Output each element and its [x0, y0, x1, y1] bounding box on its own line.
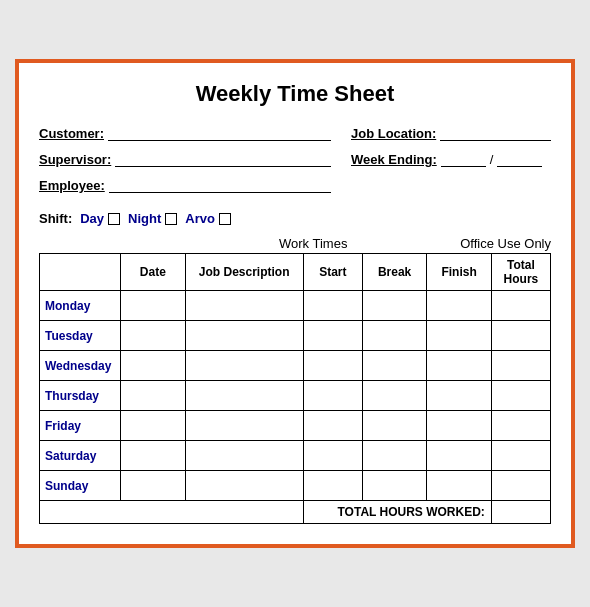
day-monday: Monday — [40, 291, 121, 321]
sunday-break[interactable] — [362, 471, 426, 501]
col-header-day — [40, 254, 121, 291]
shift-night-checkbox[interactable] — [165, 213, 177, 225]
shift-arvo-label: Arvo — [185, 211, 215, 226]
saturday-hours[interactable] — [491, 441, 550, 471]
day-friday: Friday — [40, 411, 121, 441]
saturday-start[interactable] — [303, 441, 362, 471]
saturday-jobdesc[interactable] — [185, 441, 303, 471]
tuesday-jobdesc[interactable] — [185, 321, 303, 351]
monday-hours[interactable] — [491, 291, 550, 321]
total-hours-worked-label: TOTAL HOURS WORKED: — [303, 501, 491, 524]
friday-date[interactable] — [121, 411, 185, 441]
employee-field-row: Employee: — [39, 175, 331, 193]
week-ending-line2[interactable] — [497, 149, 542, 167]
shift-row: Shift: Day Night Arvo — [39, 211, 551, 226]
table-row: Sunday — [40, 471, 551, 501]
table-row: Friday — [40, 411, 551, 441]
friday-finish[interactable] — [427, 411, 491, 441]
monday-finish[interactable] — [427, 291, 491, 321]
thursday-start[interactable] — [303, 381, 362, 411]
employee-line[interactable] — [109, 175, 331, 193]
tuesday-hours[interactable] — [491, 321, 550, 351]
week-ending-line1[interactable] — [441, 149, 486, 167]
timesheet-table: Date Job Description Start Break Finish … — [39, 253, 551, 524]
saturday-finish[interactable] — [427, 441, 491, 471]
total-label-cell — [40, 501, 304, 524]
friday-hours[interactable] — [491, 411, 550, 441]
tuesday-finish[interactable] — [427, 321, 491, 351]
table-row: Thursday — [40, 381, 551, 411]
table-row: Saturday — [40, 441, 551, 471]
thursday-finish[interactable] — [427, 381, 491, 411]
tuesday-date[interactable] — [121, 321, 185, 351]
total-row: TOTAL HOURS WORKED: — [40, 501, 551, 524]
day-sunday: Sunday — [40, 471, 121, 501]
customer-label: Customer: — [39, 126, 104, 141]
shift-arvo-option: Arvo — [185, 211, 231, 226]
monday-break[interactable] — [362, 291, 426, 321]
wednesday-break[interactable] — [362, 351, 426, 381]
tuesday-break[interactable] — [362, 321, 426, 351]
week-ending-field-row: Week Ending: / — [351, 149, 551, 167]
spacer — [39, 236, 279, 251]
job-location-line[interactable] — [440, 123, 551, 141]
friday-break[interactable] — [362, 411, 426, 441]
wednesday-date[interactable] — [121, 351, 185, 381]
saturday-break[interactable] — [362, 441, 426, 471]
form-right: Job Location: Week Ending: / — [351, 123, 551, 201]
monday-start[interactable] — [303, 291, 362, 321]
col-header-finish: Finish — [427, 254, 491, 291]
friday-jobdesc[interactable] — [185, 411, 303, 441]
shift-label: Shift: — [39, 211, 72, 226]
timesheet-container: Weekly Time Sheet Customer: Supervisor: … — [15, 59, 575, 548]
week-ending-label: Week Ending: — [351, 152, 437, 167]
saturday-date[interactable] — [121, 441, 185, 471]
week-ending-slash: / — [490, 152, 494, 167]
col-header-date: Date — [121, 254, 185, 291]
wednesday-finish[interactable] — [427, 351, 491, 381]
table-row: Monday — [40, 291, 551, 321]
sunday-jobdesc[interactable] — [185, 471, 303, 501]
form-left: Customer: Supervisor: Employee: — [39, 123, 331, 201]
shift-day-option: Day — [80, 211, 120, 226]
customer-line[interactable] — [108, 123, 331, 141]
sunday-start[interactable] — [303, 471, 362, 501]
table-row: Wednesday — [40, 351, 551, 381]
shift-day-label: Day — [80, 211, 104, 226]
sunday-hours[interactable] — [491, 471, 550, 501]
tuesday-start[interactable] — [303, 321, 362, 351]
job-location-field-row: Job Location: — [351, 123, 551, 141]
shift-day-checkbox[interactable] — [108, 213, 120, 225]
shift-arvo-checkbox[interactable] — [219, 213, 231, 225]
thursday-jobdesc[interactable] — [185, 381, 303, 411]
col-header-start: Start — [303, 254, 362, 291]
day-saturday: Saturday — [40, 441, 121, 471]
wednesday-start[interactable] — [303, 351, 362, 381]
sunday-date[interactable] — [121, 471, 185, 501]
col-header-break: Break — [362, 254, 426, 291]
section-labels-row: Work Times Office Use Only — [39, 236, 551, 251]
wednesday-hours[interactable] — [491, 351, 550, 381]
work-times-section-label: Work Times — [279, 236, 347, 251]
col-header-totalhours: TotalHours — [491, 254, 550, 291]
wednesday-jobdesc[interactable] — [185, 351, 303, 381]
customer-field-row: Customer: — [39, 123, 331, 141]
thursday-hours[interactable] — [491, 381, 550, 411]
shift-night-label: Night — [128, 211, 161, 226]
office-use-section-label: Office Use Only — [460, 236, 551, 251]
friday-start[interactable] — [303, 411, 362, 441]
total-hours-value[interactable] — [491, 501, 550, 524]
sunday-finish[interactable] — [427, 471, 491, 501]
day-tuesday: Tuesday — [40, 321, 121, 351]
supervisor-field-row: Supervisor: — [39, 149, 331, 167]
supervisor-label: Supervisor: — [39, 152, 111, 167]
supervisor-line[interactable] — [115, 149, 331, 167]
thursday-date[interactable] — [121, 381, 185, 411]
page-title: Weekly Time Sheet — [39, 81, 551, 107]
thursday-break[interactable] — [362, 381, 426, 411]
employee-label: Employee: — [39, 178, 105, 193]
monday-date[interactable] — [121, 291, 185, 321]
day-wednesday: Wednesday — [40, 351, 121, 381]
job-location-label: Job Location: — [351, 126, 436, 141]
monday-jobdesc[interactable] — [185, 291, 303, 321]
